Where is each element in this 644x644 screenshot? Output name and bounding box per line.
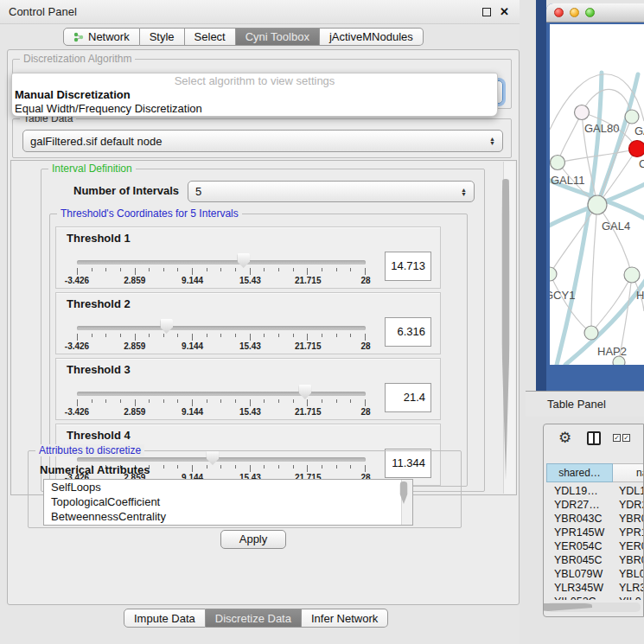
cell-name: YDL1 [613, 484, 644, 498]
column-header-name[interactable]: na [613, 463, 644, 482]
group-title: Interval Definition [48, 163, 136, 175]
tab-style[interactable]: Style [140, 28, 185, 46]
table-row[interactable]: YLR345W YLR3 [546, 581, 644, 595]
network-node-hap2[interactable] [584, 326, 598, 340]
tick-label: 15.43 [239, 341, 261, 351]
table-panel-titlebar: Table Panel [526, 391, 644, 417]
table-row[interactable]: YER054C YER0 [546, 539, 644, 553]
zoom-traffic-light-icon[interactable] [585, 8, 595, 17]
network-window-titlebar[interactable] [546, 3, 644, 22]
dropdown-option-manual[interactable]: Manual Discretization [12, 88, 497, 102]
tab-label: Infer Network [311, 610, 378, 627]
slider-thumb[interactable] [160, 319, 173, 334]
gear-icon[interactable]: ⚙ [558, 429, 571, 447]
slider-track[interactable] [77, 392, 366, 396]
checkbox-icon[interactable]: ✓ [622, 434, 630, 442]
cell-shared-name: YIL052C [546, 595, 613, 600]
window-edge-strip [536, 0, 546, 392]
checkbox-icon[interactable]: ✓ [613, 434, 621, 442]
threshold-1-value-field[interactable]: 14.713 [385, 252, 431, 281]
scrollbar-thumb[interactable] [543, 603, 592, 611]
threshold-3-slider: -3.426 2.859 9.144 15.43 21.715 28 [77, 359, 366, 421]
table-row[interactable]: YBL079W YBL0 [546, 567, 644, 581]
tick-label: 9.144 [182, 407, 203, 417]
column-header-shared-name[interactable]: shared… [546, 463, 613, 482]
control-panel-window: Control Panel ✕ Network Style Select Cyn… [0, 0, 520, 644]
network-canvas[interactable]: GAL80 GA C GAL11 GAL4 GCY1 H HAP2 [550, 24, 644, 365]
list-item[interactable]: TopologicalCoefficient [44, 494, 412, 509]
tick-label: 2.859 [124, 276, 145, 285]
table-row[interactable]: YBR045C YBR0 [546, 553, 644, 567]
cell-shared-name: YPR145W [546, 526, 613, 539]
table-row[interactable]: YIL052C YIL0 [546, 595, 644, 600]
tab-impute-data[interactable]: Impute Data [124, 609, 206, 628]
list-scrollbar[interactable] [401, 480, 412, 525]
slider-ticks [77, 268, 366, 275]
cell-shared-name: YLR345W [546, 581, 613, 595]
network-node[interactable] [625, 110, 639, 124]
node-label-partial: H [636, 289, 644, 302]
slider-track[interactable] [77, 260, 366, 265]
number-of-intervals-combobox[interactable]: 5 ▲▼ [188, 181, 475, 202]
vertical-scrollbar[interactable] [503, 162, 515, 494]
close-traffic-light-icon[interactable] [554, 8, 564, 17]
cell-name: YBR0 [613, 553, 644, 567]
threshold-2-value-field[interactable]: 6.316 [385, 317, 431, 347]
slider-thumb[interactable] [298, 385, 311, 399]
float-window-icon[interactable] [482, 8, 491, 16]
network-node-gal11[interactable] [551, 156, 565, 170]
control-panel-title: Control Panel [9, 5, 77, 18]
table-data-combobox[interactable]: galFiltered.sif default node ▲▼ [22, 130, 503, 152]
tick-label: 21.715 [295, 341, 322, 351]
slider-thumb[interactable] [237, 253, 250, 268]
columns-icon[interactable] [587, 431, 601, 445]
tab-jactivemnodules[interactable]: jActiveMNodules [320, 28, 424, 46]
close-icon[interactable]: ✕ [500, 8, 509, 16]
stepper-arrows-icon: ▲▼ [461, 188, 467, 196]
table-row[interactable]: YBR043C YBR0 [546, 512, 644, 526]
tab-cyni-toolbox[interactable]: Cyni Toolbox [236, 28, 320, 46]
threshold-1-panel: Threshold 1 -3.426 2.859 9.144 15.43 21.… [55, 226, 441, 289]
slider-ticks [77, 334, 366, 341]
slider-track[interactable] [77, 326, 366, 330]
tick-label: 28 [360, 341, 370, 351]
tab-label: jActiveMNodules [329, 29, 413, 45]
numerical-attributes-list: SelfLoops TopologicalCoefficient Between… [43, 479, 413, 526]
slider-tick-labels: -3.426 2.859 9.144 15.43 21.715 28 [77, 407, 366, 418]
cell-name: YLR3 [613, 581, 644, 595]
tab-label: Select [194, 29, 226, 45]
table-row[interactable]: YDR27… YDR2 [546, 498, 644, 512]
minimize-traffic-light-icon[interactable] [570, 8, 579, 17]
scrollbar-thumb[interactable] [502, 179, 510, 480]
network-node-gcy1[interactable] [550, 267, 557, 281]
apply-button[interactable]: Apply [220, 530, 286, 549]
cell-shared-name: YER054C [546, 539, 613, 553]
table-row[interactable]: YPR145W YPR1 [546, 526, 644, 539]
tick-label: -3.426 [65, 341, 89, 351]
tick-label: 9.144 [182, 276, 203, 285]
table-panel: ⚙ ✓ ✓ shared… na YDL19… YDL1 YDR27… YDR2… [543, 424, 644, 617]
tab-infer-network[interactable]: Infer Network [302, 609, 388, 628]
tick-label: -3.426 [65, 276, 89, 285]
tab-select[interactable]: Select [185, 28, 236, 46]
list-item[interactable]: BetweennessCentrality [44, 509, 412, 524]
table-row[interactable]: YDL19… YDL1 [546, 484, 644, 498]
cell-name: YBL0 [613, 567, 644, 581]
network-node-selected[interactable] [629, 141, 644, 157]
network-node[interactable] [624, 267, 640, 283]
tick-label: 2.859 [124, 341, 145, 351]
tab-network[interactable]: Network [63, 28, 140, 46]
network-node-gal4[interactable] [588, 195, 607, 214]
group-title: Attributes to discretize [35, 444, 144, 456]
node-label-partial: C [639, 157, 644, 170]
network-node-gal80[interactable] [575, 105, 590, 120]
numerical-attributes-label: Numerical Attributes [40, 463, 150, 476]
scrollbar-thumb[interactable] [400, 481, 408, 504]
threshold-3-value-field[interactable]: 21.4 [385, 383, 431, 412]
cell-name: YIL0 [613, 595, 641, 600]
tab-discretize-data[interactable]: Discretize Data [206, 609, 302, 628]
horizontal-scrollbar[interactable] [547, 603, 641, 612]
dropdown-option-equal-width[interactable]: Equal Width/Frequency Discretization [12, 102, 497, 116]
list-item[interactable]: SelfLoops [44, 480, 412, 494]
control-panel-titlebar: Control Panel [0, 0, 520, 24]
